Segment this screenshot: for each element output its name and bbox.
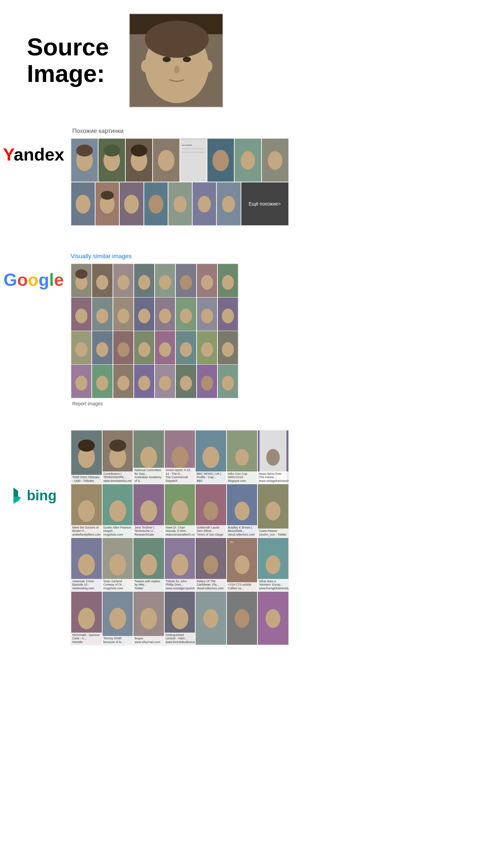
- google-row-2: [71, 297, 238, 331]
- yandex-cell[interactable]: [95, 182, 119, 226]
- bing-cell[interactable]: Tommy Smith because of lo...: [102, 591, 134, 645]
- yandex-cell-text[interactable]: text content: [180, 138, 207, 182]
- bing-cell[interactable]: What does a 'Western' Europ...www.fromgl…: [257, 537, 289, 591]
- bing-cell[interactable]: Peters Of The Caribbean. Fla...cloud.rol…: [195, 537, 227, 591]
- google-cell[interactable]: [71, 264, 92, 297]
- bing-cell[interactable]: Todd Orton Obituary - Utah - Tributes: [71, 430, 102, 484]
- google-cell[interactable]: [218, 331, 238, 364]
- google-cell[interactable]: [154, 264, 175, 297]
- bing-cell[interactable]: News items from The Kansa...www.vintagek…: [257, 430, 289, 484]
- google-cell[interactable]: [154, 331, 175, 364]
- bing-cell[interactable]: Sean Garland Conway of Or...mugshots.com: [102, 537, 134, 591]
- bing-cell[interactable]: Meet Dr. Chari Manala, D Etre...elaboutm…: [164, 484, 196, 537]
- bing-cell[interactable]: Contributors | TENNISWORK...www.tenniswo…: [102, 430, 134, 484]
- svg-point-50: [96, 275, 108, 290]
- google-cell[interactable]: [92, 264, 113, 297]
- bing-caption-17: Tweets with replies by Mke...Twitter: [134, 579, 164, 591]
- svg-point-113: [78, 439, 95, 452]
- google-cell[interactable]: [71, 331, 92, 364]
- svg-point-122: [203, 446, 220, 468]
- google-cell[interactable]: [218, 264, 238, 297]
- google-cell[interactable]: [154, 297, 175, 331]
- google-cell[interactable]: [71, 297, 92, 331]
- bing-cell[interactable]: Goldsmith Lauds Dem Elliott...Times of S…: [195, 484, 227, 537]
- yandex-cell[interactable]: [192, 182, 217, 226]
- yandex-cell[interactable]: [125, 138, 152, 182]
- yandex-cell[interactable]: [152, 138, 180, 182]
- google-logo-area: Google: [0, 249, 67, 290]
- bing-cell[interactable]: Meet the Doctors of Brisbin F...arabefam…: [71, 484, 102, 537]
- google-cell[interactable]: [218, 297, 238, 331]
- google-cell[interactable]: [113, 297, 134, 331]
- yandex-cell[interactable]: [217, 182, 241, 226]
- google-cell[interactable]: [197, 331, 218, 364]
- bing-cell[interactable]: Miko Goo Cop. 09/01/2018 - blogspot.com: [227, 430, 258, 484]
- bing-cell[interactable]: Dustin Allen Pearson Mugsh...mugshots.co…: [102, 484, 134, 537]
- yandex-cell[interactable]: [71, 138, 98, 182]
- svg-point-82: [96, 342, 108, 357]
- bing-cell[interactable]: Distinguished Lecture - Ham...www.toront…: [164, 591, 196, 645]
- yandex-cell[interactable]: [207, 138, 234, 182]
- google-report-link[interactable]: Report images: [70, 401, 479, 406]
- yandex-cell[interactable]: [261, 138, 289, 182]
- google-cell[interactable]: [113, 331, 134, 364]
- google-cell[interactable]: [197, 364, 218, 398]
- google-cell[interactable]: [92, 297, 113, 331]
- google-cell[interactable]: [92, 331, 113, 364]
- yandex-cell[interactable]: [144, 182, 168, 226]
- bing-cell[interactable]: American Crime Episode 10 - reetmovkey.c…: [71, 537, 102, 591]
- bing-cell[interactable]: McDonald - Spencer Case - A...Heredis: [71, 591, 102, 645]
- google-cell[interactable]: [134, 297, 154, 331]
- google-cell[interactable]: [175, 264, 196, 297]
- bing-cell[interactable]: [257, 591, 289, 645]
- bing-text: bing: [27, 488, 57, 504]
- svg-point-169: [266, 609, 281, 628]
- google-cell[interactable]: [113, 364, 134, 398]
- svg-point-134: [171, 500, 188, 522]
- google-section: Google Visually similar images: [0, 243, 486, 416]
- google-cell[interactable]: [175, 364, 196, 398]
- google-cell[interactable]: [197, 297, 218, 331]
- bing-caption-11: Meet Dr. Chari Manala, D Etre...elaboutm…: [165, 525, 195, 537]
- svg-point-116: [109, 439, 126, 452]
- yandex-more-button[interactable]: Ещё похожие >: [241, 182, 289, 226]
- google-cell[interactable]: [197, 264, 218, 297]
- bing-cell[interactable]: [195, 591, 227, 645]
- bing-cell[interactable]: B1 +219 CTS exhibit Caliber ex...: [227, 537, 258, 591]
- google-cell[interactable]: [218, 364, 238, 398]
- yandex-cell[interactable]: [168, 182, 192, 226]
- bing-cell[interactable]: Boguswww.silvyrnan.com: [133, 591, 164, 645]
- bing-cell[interactable]: Tweets with replies by Mke...Twitter: [133, 537, 164, 591]
- bing-cell[interactable]: Cawa Pawwo (Joohn_nun - Twitter: [257, 484, 289, 537]
- bing-cell[interactable]: [227, 591, 258, 645]
- bing-cell[interactable]: Arrest report: 9-15-14 - The D...The Com…: [164, 430, 196, 484]
- svg-point-48: [75, 269, 87, 279]
- bing-caption-8: Meet the Doctors of Brisbin F...arabefam…: [71, 525, 102, 537]
- bing-caption-19: Peters Of The Caribbean. Fla...cloud.rol…: [196, 579, 226, 591]
- google-cell[interactable]: [154, 364, 175, 398]
- yandex-cell[interactable]: [119, 182, 144, 226]
- source-title: Source Image:: [27, 34, 109, 87]
- svg-point-74: [180, 309, 192, 323]
- yandex-cell[interactable]: [71, 182, 95, 226]
- yandex-cell[interactable]: [98, 138, 125, 182]
- bing-section: bing Todd Orton Obituary - Utah - Tribut…: [0, 423, 486, 652]
- google-cell[interactable]: [134, 364, 154, 398]
- svg-point-90: [180, 342, 192, 357]
- svg-point-45: [222, 196, 235, 212]
- bing-cell[interactable]: Tribute for John Phillip Dres...www.nost…: [164, 537, 196, 591]
- bing-cell[interactable]: Bradley K Brown | Bloomfield...cloud.rol…: [227, 484, 258, 537]
- bing-cell[interactable]: BBC NEWS | UK | Profile - Cap...BBC: [195, 430, 227, 484]
- google-cell[interactable]: [134, 264, 154, 297]
- google-cell[interactable]: [175, 331, 196, 364]
- bing-cell[interactable]: National Committee for Geo...Australian …: [133, 430, 164, 484]
- svg-point-96: [75, 376, 87, 391]
- google-cell[interactable]: [92, 364, 113, 398]
- bing-cell[interactable]: Jens Teubner | Technische U...ResearchGa…: [133, 484, 164, 537]
- google-cell[interactable]: [134, 331, 154, 364]
- google-cell[interactable]: [113, 264, 134, 297]
- svg-point-104: [159, 376, 171, 391]
- google-cell[interactable]: [71, 364, 92, 398]
- yandex-cell[interactable]: [234, 138, 261, 182]
- google-cell[interactable]: [175, 297, 196, 331]
